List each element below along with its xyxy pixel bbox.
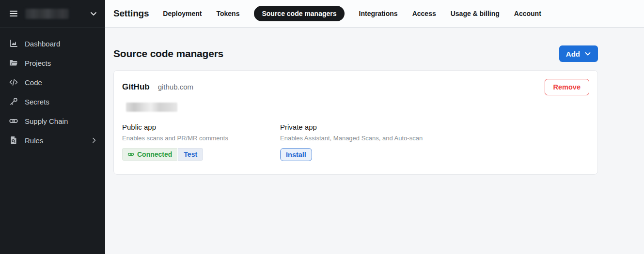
sidebar-item-label: Dashboard xyxy=(25,40,60,48)
sidebar-item-projects[interactable]: Projects xyxy=(0,53,105,73)
page-title: Settings xyxy=(113,8,149,19)
remove-button[interactable]: Remove xyxy=(545,79,589,95)
private-app-description: Enables Assistant, Managed Scans, and Au… xyxy=(280,134,438,142)
chevron-right-icon xyxy=(91,137,97,144)
sidebar-header xyxy=(0,0,105,28)
add-button[interactable]: Add xyxy=(559,45,598,62)
sidebar-item-rules[interactable]: Rules xyxy=(0,131,105,150)
github-card: GitHub github.com Remove Public app Enab… xyxy=(113,70,598,175)
sidebar-item-label: Projects xyxy=(25,59,51,67)
status-group: Connected Test xyxy=(122,148,203,161)
settings-header: Settings Deployment Tokens Source code m… xyxy=(105,0,644,28)
public-app-description: Enables scans and PR/MR comments xyxy=(122,134,280,142)
tab-access[interactable]: Access xyxy=(412,6,436,21)
public-app-section: Public app Enables scans and PR/MR comme… xyxy=(122,123,280,161)
tab-source-code-managers[interactable]: Source code managers xyxy=(254,6,344,21)
hamburger-menu-icon[interactable] xyxy=(9,9,18,18)
tab-tokens[interactable]: Tokens xyxy=(216,6,239,21)
public-app-actions: Connected Test xyxy=(122,148,280,161)
connected-badge: Connected xyxy=(122,148,177,161)
settings-tabs: Deployment Tokens Source code managers I… xyxy=(163,6,541,21)
page-head: Source code managers Add xyxy=(113,45,598,62)
provider-domain: github.com xyxy=(158,83,193,91)
content-area: Settings Deployment Tokens Source code m… xyxy=(105,0,644,254)
main-panel: Source code managers Add GitHub github.c… xyxy=(105,28,644,175)
tab-account[interactable]: Account xyxy=(514,6,541,21)
tab-usage-billing[interactable]: Usage & billing xyxy=(451,6,500,21)
sidebar-item-label: Code xyxy=(25,78,42,87)
chevron-down-icon[interactable] xyxy=(90,10,97,17)
folder-icon xyxy=(9,58,18,68)
provider-name: GitHub xyxy=(122,82,150,92)
private-app-title: Private app xyxy=(280,123,438,131)
sidebar-item-label: Secrets xyxy=(25,98,49,106)
sidebar-item-label: Rules xyxy=(25,136,43,145)
sidebar-item-dashboard[interactable]: Dashboard xyxy=(0,34,105,53)
key-icon xyxy=(9,97,18,106)
private-app-section: Private app Enables Assistant, Managed S… xyxy=(280,123,438,161)
install-button[interactable]: Install xyxy=(280,148,312,161)
sidebar-nav: Dashboard Projects Code Secrets xyxy=(0,28,105,150)
test-button[interactable]: Test xyxy=(178,148,203,161)
app-root: Dashboard Projects Code Secrets xyxy=(0,0,644,254)
sidebar-item-code[interactable]: Code xyxy=(0,73,105,92)
add-button-label: Add xyxy=(566,50,580,58)
chart-icon xyxy=(9,39,18,48)
redacted-account-name xyxy=(126,103,177,112)
file-search-icon xyxy=(9,135,18,145)
code-icon xyxy=(9,77,18,87)
sidebar-item-label: Supply Chain xyxy=(25,117,68,125)
chevron-down-icon xyxy=(584,50,591,57)
private-app-actions: Install xyxy=(280,148,438,161)
section-title: Source code managers xyxy=(113,48,223,60)
chain-icon xyxy=(9,116,18,126)
provider-line: GitHub github.com xyxy=(122,82,193,92)
sidebar-item-secrets[interactable]: Secrets xyxy=(0,92,105,111)
link-icon xyxy=(127,151,134,158)
card-header: GitHub github.com Remove xyxy=(122,79,589,95)
connected-label: Connected xyxy=(137,150,172,158)
app-columns: Public app Enables scans and PR/MR comme… xyxy=(122,123,589,161)
sidebar: Dashboard Projects Code Secrets xyxy=(0,0,105,254)
public-app-title: Public app xyxy=(122,123,280,131)
redacted-org-name xyxy=(25,9,69,19)
tab-integrations[interactable]: Integrations xyxy=(359,6,398,21)
sidebar-item-supply-chain[interactable]: Supply Chain xyxy=(0,111,105,131)
tab-deployment[interactable]: Deployment xyxy=(163,6,202,21)
